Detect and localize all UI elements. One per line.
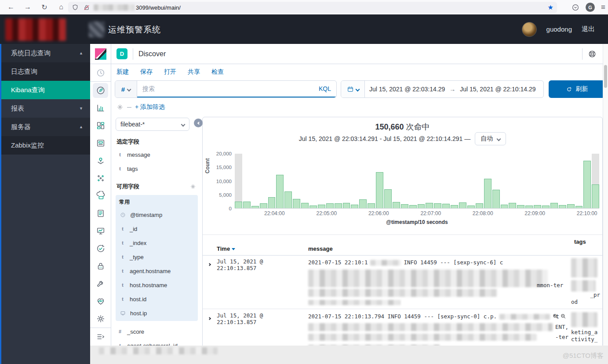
histogram-bar[interactable] xyxy=(418,154,425,208)
saved-query-menu-button[interactable]: # xyxy=(115,81,137,97)
field-score[interactable]: # _score xyxy=(116,324,198,339)
calendar-button[interactable] xyxy=(341,81,365,97)
menu-hamburger-icon[interactable]: ≡ xyxy=(601,3,605,12)
menu-open[interactable]: 打开 xyxy=(164,68,176,76)
histogram-bar[interactable] xyxy=(243,154,251,208)
search-input[interactable] xyxy=(137,85,319,92)
histogram-bar[interactable] xyxy=(451,154,458,208)
menu-share[interactable]: 共享 xyxy=(188,68,200,76)
histogram-bar[interactable] xyxy=(517,154,524,208)
histogram-bar[interactable] xyxy=(476,154,483,208)
histogram-bar[interactable] xyxy=(284,154,292,208)
field-host-id[interactable]: t host.id xyxy=(118,292,195,306)
collapse-sidebar-button[interactable] xyxy=(194,119,203,127)
menu-inspect[interactable]: 检查 xyxy=(211,68,224,76)
time-range-picker[interactable]: Jul 15, 2021 @ 22:03:14.29 → Jul 15, 202… xyxy=(341,80,544,98)
expand-row-icon[interactable] xyxy=(208,259,213,264)
filter-settings-gear-icon[interactable] xyxy=(117,104,124,111)
help-icon[interactable] xyxy=(588,50,597,58)
filter-out-value-icon[interactable] xyxy=(560,313,567,322)
refresh-button[interactable]: 刷新 xyxy=(549,80,605,98)
field-id[interactable]: t _id xyxy=(118,222,195,236)
histogram-bar[interactable] xyxy=(351,154,358,208)
histogram-bar[interactable] xyxy=(459,154,466,208)
histogram-bar[interactable] xyxy=(575,154,583,208)
field-type[interactable]: t _type xyxy=(118,250,195,264)
histogram-bar[interactable] xyxy=(434,154,441,208)
histogram-bar[interactable] xyxy=(583,154,591,208)
histogram-bar[interactable] xyxy=(401,154,408,208)
nav-dev-tools-icon[interactable] xyxy=(90,275,111,292)
sidebar-item-zabbix[interactable]: Zabbix监控 xyxy=(1,136,90,155)
menu-new[interactable]: 新建 xyxy=(117,68,129,76)
column-header-tags[interactable]: tags xyxy=(574,238,586,245)
histogram-bar[interactable] xyxy=(509,154,516,208)
nav-discover-icon[interactable] xyxy=(90,82,111,99)
histogram-bar[interactable] xyxy=(368,154,375,208)
histogram-bar[interactable] xyxy=(550,154,558,208)
nav-metrics-icon[interactable] xyxy=(90,222,111,240)
logout-link[interactable]: 退出 xyxy=(582,25,595,33)
back-icon[interactable]: ← xyxy=(4,1,18,13)
nav-logs-icon[interactable] xyxy=(90,205,111,222)
field-index[interactable]: t _index xyxy=(118,236,195,250)
url-bar[interactable]: 3099/webui/main/ ★ xyxy=(68,2,557,13)
nav-stack-monitoring-icon[interactable] xyxy=(90,292,111,310)
histogram-bar[interactable] xyxy=(426,154,433,208)
kibana-logo[interactable] xyxy=(90,44,111,64)
nav-recently-viewed-icon[interactable] xyxy=(90,64,111,82)
scrollbar-thumb[interactable] xyxy=(604,65,607,88)
user-avatar[interactable] xyxy=(522,22,537,37)
histogram-bar[interactable] xyxy=(309,154,317,208)
interval-select[interactable]: 自动 xyxy=(475,132,506,145)
histogram-bar[interactable] xyxy=(525,154,533,208)
histogram-bar[interactable] xyxy=(335,154,342,208)
histogram-bar[interactable] xyxy=(592,154,599,208)
sidebar-item-kibana-query[interactable]: Kibana查询 xyxy=(1,81,90,99)
histogram-bar[interactable] xyxy=(384,154,392,208)
nav-collapse-nav-icon[interactable] xyxy=(90,328,111,345)
sidebar-item-servers[interactable]: 服务器 ▲ xyxy=(1,118,90,136)
field-tags[interactable]: t tags xyxy=(116,162,198,176)
histogram-bar[interactable] xyxy=(492,154,500,208)
field-host-hostname[interactable]: t host.hostname xyxy=(118,278,195,292)
histogram-bar[interactable] xyxy=(442,154,450,208)
pocket-icon[interactable] xyxy=(572,4,579,11)
histogram-bar[interactable] xyxy=(251,154,259,208)
histogram-bar[interactable] xyxy=(559,154,566,208)
histogram-bar[interactable] xyxy=(393,154,400,208)
query-language-button[interactable]: KQL xyxy=(319,85,336,92)
histogram-bar[interactable] xyxy=(293,154,300,208)
histogram-bar[interactable] xyxy=(326,154,334,208)
column-header-time[interactable]: Time xyxy=(217,245,235,252)
field-host-ip[interactable]: host.ip xyxy=(118,306,195,320)
time-to[interactable]: Jul 15, 2021 @ 22:10:14.29 xyxy=(460,86,535,93)
reload-icon[interactable]: ↻ xyxy=(38,1,51,13)
field-timestamp[interactable]: @timestamp xyxy=(118,208,195,222)
histogram-bar[interactable] xyxy=(260,154,267,208)
forward-icon[interactable]: → xyxy=(21,1,34,13)
histogram-bar[interactable] xyxy=(301,154,309,208)
nav-siem-icon[interactable] xyxy=(90,257,111,275)
nav-apm-icon[interactable] xyxy=(90,240,111,257)
histogram-bar[interactable] xyxy=(235,154,242,208)
sidebar-item-reports[interactable]: 报表 ▼ xyxy=(1,99,90,118)
nav-canvas-icon[interactable] xyxy=(90,134,111,152)
profile-avatar[interactable]: G xyxy=(586,3,595,12)
histogram-bar[interactable] xyxy=(268,154,276,208)
add-filter-link[interactable]: + 添加筛选 xyxy=(135,103,165,111)
expand-row-icon[interactable] xyxy=(208,314,213,318)
nav-uptime-icon[interactable] xyxy=(90,187,111,205)
histogram-bar[interactable] xyxy=(484,154,491,208)
histogram-bar[interactable] xyxy=(318,154,325,208)
nav-management-icon[interactable] xyxy=(90,310,111,328)
insecure-lock-icon[interactable] xyxy=(83,4,90,11)
sidebar-item-system-log-query[interactable]: 系统日志查询 ▲ xyxy=(1,44,90,62)
nav-dashboard-icon[interactable] xyxy=(90,117,111,134)
histogram-bar[interactable] xyxy=(567,154,575,208)
nav-maps-icon[interactable] xyxy=(90,152,111,169)
nav-machine-learning-icon[interactable] xyxy=(90,169,111,187)
field-agent-hostname[interactable]: t agent.hostname xyxy=(118,264,195,278)
histogram-bar[interactable] xyxy=(534,154,541,208)
histogram-bar[interactable] xyxy=(409,154,417,208)
